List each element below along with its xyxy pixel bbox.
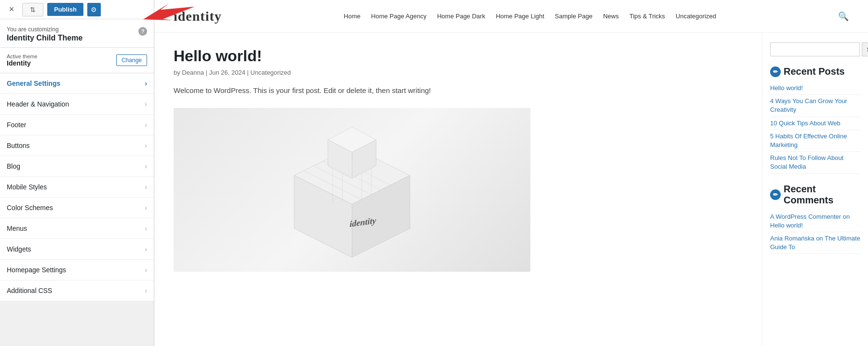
site-navigation: Home Home Page Agency Home Page Dark Hom… xyxy=(344,13,716,20)
menu-item-label: Blog xyxy=(7,162,20,170)
chevron-right-icon: › xyxy=(145,287,147,294)
publish-button[interactable]: Publish xyxy=(47,3,83,16)
customizer-topbar: × ⇅ Publish ⚙ xyxy=(0,0,154,19)
menu-item-mobile-styles[interactable]: Mobile Styles › xyxy=(0,177,154,198)
chevron-right-icon: › xyxy=(145,266,147,274)
recent-posts-title: ✏ Recent Posts xyxy=(770,66,860,77)
change-theme-button[interactable]: Change xyxy=(116,54,147,66)
chevron-right-icon: › xyxy=(145,183,147,191)
main-content: Hello world! by Deanna | Jun 26, 2024 | … xyxy=(154,33,762,346)
sidebar-widget-area: Search ✏ Recent Posts Hello world! 4 Way… xyxy=(762,33,868,346)
recent-posts-list: Hello world! 4 Ways You Can Grow Your Cr… xyxy=(770,82,860,174)
list-item[interactable]: Rules Not To Follow About Social Media xyxy=(770,152,860,173)
menu-item-label: Additional CSS xyxy=(7,287,52,294)
site-header: identity Home Home Page Agency Home Page… xyxy=(154,0,868,33)
recent-posts-widget: ✏ Recent Posts Hello world! 4 Ways You C… xyxy=(770,66,860,174)
content-area: Hello world! by Deanna | Jun 26, 2024 | … xyxy=(154,33,868,346)
list-item[interactable]: 5 Habits Of Effective Online Marketing xyxy=(770,130,860,152)
recent-comments-widget: ✏ Recent Comments A WordPress Commenter … xyxy=(770,184,860,254)
customizer-menu: General Settings › Header & Navigation ›… xyxy=(0,73,154,301)
menu-item-homepage-settings[interactable]: Homepage Settings › xyxy=(0,260,154,280)
chevron-right-icon: › xyxy=(145,142,147,149)
menu-item-label: Mobile Styles xyxy=(7,183,47,191)
post-meta: by Deanna | Jun 26, 2024 | Uncategorized xyxy=(174,69,743,76)
pencil-icon-2: ✏ xyxy=(770,189,781,200)
list-item[interactable]: A WordPress Commenter on Hello world! xyxy=(770,211,860,232)
recent-comments-list: A WordPress Commenter on Hello world! An… xyxy=(770,211,860,254)
search-button[interactable]: Search xyxy=(862,42,868,56)
chevron-right-icon: › xyxy=(145,100,147,108)
menu-item-label: Color Schemes xyxy=(7,204,53,212)
chevron-right-icon: › xyxy=(145,204,147,212)
settings-gear-button[interactable]: ⚙ xyxy=(87,3,101,16)
menu-item-additional-css[interactable]: Additional CSS › xyxy=(0,280,154,301)
chevron-right-icon: › xyxy=(145,162,147,170)
customizing-notice: You are customizing Identity Child Theme… xyxy=(0,19,154,48)
search-input[interactable] xyxy=(770,42,860,56)
nav-home-agency[interactable]: Home Page Agency xyxy=(371,13,427,20)
help-icon[interactable]: ? xyxy=(138,27,147,36)
recent-comments-title: ✏ Recent Comments xyxy=(770,184,860,206)
active-theme-section: Active theme Identity Change xyxy=(0,48,154,73)
chevron-right-icon: › xyxy=(145,121,147,129)
nav-home-light[interactable]: Home Page Light xyxy=(496,13,544,20)
post-image: identity xyxy=(174,108,530,272)
list-item[interactable]: 10 Quick Tips About Web xyxy=(770,117,860,130)
menu-item-blog[interactable]: Blog › xyxy=(0,156,154,177)
search-icon[interactable]: 🔍 xyxy=(838,11,849,22)
search-widget: Search xyxy=(770,42,860,56)
menu-item-buttons[interactable]: Buttons › xyxy=(0,135,154,156)
menu-item-general-settings[interactable]: General Settings › xyxy=(0,73,154,94)
list-item[interactable]: Hello world! xyxy=(770,82,860,95)
list-item[interactable]: 4 Ways You Can Grow Your Creativity xyxy=(770,95,860,117)
menu-item-widgets[interactable]: Widgets › xyxy=(0,239,154,260)
menu-item-label: Footer xyxy=(7,121,26,129)
nav-uncategorized[interactable]: Uncategorized xyxy=(676,13,716,20)
active-theme-name: Identity xyxy=(7,59,38,67)
preview-panel: identity Home Home Page Agency Home Page… xyxy=(154,0,868,346)
pencil-icon: ✏ xyxy=(770,67,781,77)
menu-item-label: Header & Navigation xyxy=(7,100,69,108)
menu-item-label: Menus xyxy=(7,225,27,232)
nav-news[interactable]: News xyxy=(603,13,619,20)
nav-tips-tricks[interactable]: Tips & Tricks xyxy=(629,13,665,20)
chevron-right-icon: › xyxy=(145,245,147,253)
menu-item-label: General Settings xyxy=(7,80,60,87)
close-button[interactable]: × xyxy=(5,3,18,16)
customizing-theme-name: Identity Child Theme xyxy=(7,34,82,42)
menu-item-label: Widgets xyxy=(7,245,31,253)
menu-item-color-schemes[interactable]: Color Schemes › xyxy=(0,198,154,218)
menu-item-menus[interactable]: Menus › xyxy=(0,218,154,239)
chevron-right-icon: › xyxy=(145,80,147,87)
post-excerpt: Welcome to WordPress. This is your first… xyxy=(174,85,743,96)
list-item[interactable]: Ania Romańska on The Ultimate Guide To xyxy=(770,232,860,254)
menu-item-header-navigation[interactable]: Header & Navigation › xyxy=(0,94,154,115)
post-title: Hello world! xyxy=(174,47,743,65)
customizer-panel: × ⇅ Publish ⚙ You are customizing Identi… xyxy=(0,0,154,346)
active-theme-label: Active theme xyxy=(7,53,38,59)
nav-home-dark[interactable]: Home Page Dark xyxy=(437,13,485,20)
menu-item-footer[interactable]: Footer › xyxy=(0,115,154,135)
site-logo: identity xyxy=(174,9,222,24)
nav-sample-page[interactable]: Sample Page xyxy=(555,13,593,20)
menu-item-label: Buttons xyxy=(7,142,29,149)
menu-item-label: Homepage Settings xyxy=(7,266,66,274)
chevron-right-icon: › xyxy=(145,225,147,232)
customizing-prefix: You are customizing xyxy=(7,26,82,33)
undo-redo-button[interactable]: ⇅ xyxy=(22,3,43,16)
nav-home[interactable]: Home xyxy=(344,13,361,20)
